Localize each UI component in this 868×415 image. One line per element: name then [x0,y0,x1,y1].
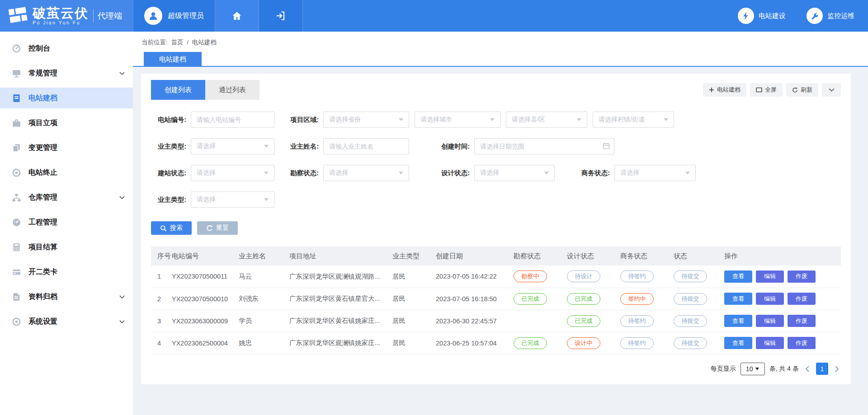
col-business-status: 商务状态 [620,247,674,266]
tab-passed-list[interactable]: 通过列表 [205,80,259,100]
plus-icon [709,87,714,93]
refresh-button[interactable]: 刷新 [786,83,818,97]
create-station-button[interactable]: 电站建档 [703,83,746,97]
sidebar-item-general-management[interactable]: 常规管理 [0,63,133,84]
county-select[interactable]: 请选择县/区 [506,112,587,128]
search-button[interactable]: 搜索 [151,221,192,235]
sidebar-item-system-settings[interactable]: 系统设置 [0,311,133,332]
edit-button[interactable]: 编辑 [756,293,784,305]
sidebar-item-second-class-card[interactable]: 开二类卡 [0,261,133,282]
sidebar-item-project-initiation[interactable]: 项目立项 [0,112,133,133]
sidebar-item-station-filing[interactable]: 电站建档 [0,88,133,108]
station-code-input[interactable] [191,112,274,128]
col-index: 序号 [151,247,172,266]
date-range-input[interactable] [474,138,614,154]
owner-name-input[interactable] [323,138,409,154]
edit-button[interactable]: 编辑 [756,270,784,283]
status-badge: 已完成 [567,315,600,327]
app-header: 破茧云伏 Po Jian Yun Fu 代理端 超级管理员 [0,0,868,32]
table-row: 1 YX2023070500011 马云 广东深圳龙华区观澜镇观湖路... 居民… [151,266,841,288]
business-status-select[interactable]: 请选择 [614,165,696,181]
current-page-button[interactable]: 1 [816,363,828,375]
owner-type-select[interactable]: 请选择 [191,138,274,154]
sidebar-item-engineering-management[interactable]: 工程管理 [0,212,133,233]
brand-title: 破茧云伏 [33,6,89,20]
edit-button[interactable]: 编辑 [756,315,784,327]
user-icon [148,11,158,21]
next-page-button[interactable] [833,364,841,374]
status-badge: 签约中 [620,293,654,305]
status-badge: 待签约 [620,315,654,327]
page-tab-station-filing[interactable]: 电站建档 [144,52,202,66]
sidebar-item-change-management[interactable]: 变更管理 [0,137,133,158]
per-page-select[interactable]: 10 [741,363,765,375]
status-badge: 待提交 [674,270,707,282]
briefcase-icon [12,118,21,128]
collapse-panel-button[interactable] [822,83,841,97]
reset-button[interactable]: 重置 [197,221,238,235]
owner-type2-label: 业主类型: [151,196,186,204]
status-badge: 勘察中 [514,270,547,282]
caret-down-icon [544,172,549,174]
brand-subtitle: Po Jian Yun Fu [33,20,89,25]
sidebar-item-label: 仓库管理 [28,193,57,202]
user-menu[interactable]: 超级管理员 [133,0,215,32]
sidebar: 控制台 常规管理 电站建档 项目立项 变更管理 [0,32,133,415]
status-badge: 待提交 [674,293,707,305]
caret-down-icon [490,118,495,121]
design-status-select[interactable]: 请选择 [474,165,555,181]
search-icon [160,225,167,232]
view-button[interactable]: 查看 [724,315,752,327]
owner-type2-select[interactable]: 请选择 [191,191,274,208]
caret-down-icon [264,145,269,148]
void-button[interactable]: 作废 [788,337,816,349]
sidebar-item-archive[interactable]: 资料归档 [0,286,133,307]
home-button[interactable] [215,0,259,32]
chevron-down-icon [119,196,125,199]
void-button[interactable]: 作废 [788,270,816,283]
fullscreen-button[interactable]: 全屏 [750,83,783,97]
town-select[interactable]: 请选择村镇/街道 [593,112,674,128]
sidebar-item-dashboard[interactable]: 控制台 [0,38,133,59]
view-button[interactable]: 查看 [724,293,752,305]
sidebar-item-label: 电站终止 [28,168,57,177]
reset-icon [206,225,213,232]
footer-spacer [141,384,851,412]
list-tabs: 创建列表 通过列表 [151,80,259,100]
province-select[interactable]: 请选择省份 [323,112,409,128]
status-badge: 待提交 [674,337,707,349]
sidebar-item-label: 开二类卡 [28,267,57,277]
void-button[interactable]: 作废 [788,315,816,327]
nav-monitoring-ops[interactable]: 监控运维 [807,8,854,24]
view-button[interactable]: 查看 [724,270,752,283]
chevron-down-icon [119,72,125,75]
chevron-down-icon [119,295,125,298]
survey-status-select[interactable]: 请选择 [323,165,409,181]
edit-button[interactable]: 编辑 [756,337,784,349]
station-table: 序号 电站编号 业主姓名 项目地址 业主类型 创建日期 勘察状态 设计状态 商务… [151,247,841,354]
nav-station-construction[interactable]: 电站建设 [738,8,786,24]
wrench-icon [810,11,819,20]
prev-page-button[interactable] [803,364,811,374]
view-button[interactable]: 查看 [724,337,752,349]
calendar-icon [603,142,610,149]
breadcrumb-home-link[interactable]: 首页 [171,39,184,46]
sidebar-item-warehouse-management[interactable]: 仓库管理 [0,187,133,208]
tab-create-list[interactable]: 创建列表 [151,80,205,100]
table-row: 2 YX2023070500010 刘强东 广东深圳龙华区黄石镇星官大... 居… [151,288,841,310]
logout-button[interactable] [259,0,303,32]
breadcrumb: 当前位置: 首页 / 电站建档 [133,32,868,52]
sidebar-item-station-termination[interactable]: 电站终止 [0,162,133,183]
city-select[interactable]: 请选择城市 [415,112,500,128]
chevron-down-icon [119,320,125,323]
sidebar-item-project-settlement[interactable]: 项目结算 [0,237,133,257]
table-header-row: 序号 电站编号 业主姓名 项目地址 业主类型 创建日期 勘察状态 设计状态 商务… [151,247,841,266]
chevron-down-icon [829,88,835,92]
status-badge: 已完成 [514,337,547,349]
calculator-icon [12,242,21,252]
void-button[interactable]: 作废 [788,293,816,305]
avatar [144,7,162,25]
build-status-select[interactable]: 请选择 [191,165,274,181]
home-icon [231,10,242,21]
caret-down-icon [399,118,403,121]
